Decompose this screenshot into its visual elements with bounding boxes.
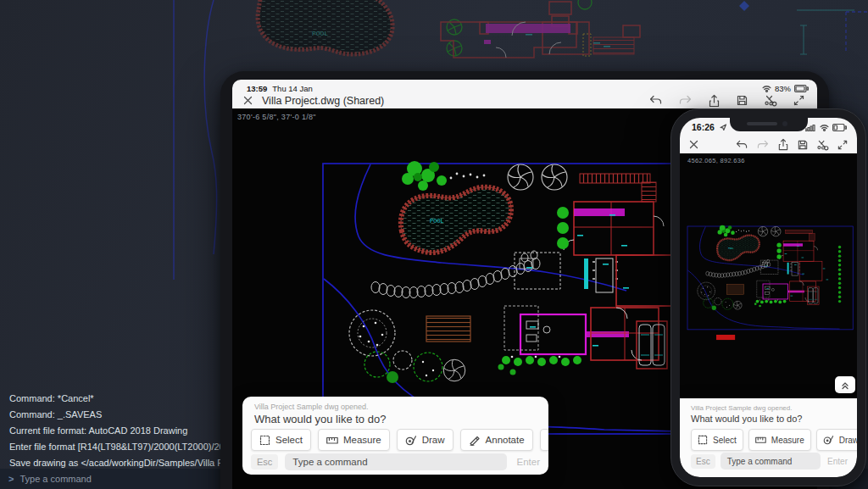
undo-icon[interactable]: [735, 139, 748, 151]
status-time: 13:59: [247, 84, 267, 93]
measure-icon: [755, 435, 766, 445]
share-icon[interactable]: [777, 138, 789, 151]
speaker-grille: [747, 122, 777, 125]
battery-icon: [832, 124, 847, 131]
button-label: Annotate: [486, 435, 525, 445]
tool-button-row: Select Measure Draw Annotate: [251, 429, 548, 451]
phone-toolbar: [680, 136, 857, 153]
undo-icon[interactable]: [648, 94, 663, 107]
enter-button[interactable]: Enter: [827, 457, 848, 466]
phone-notch: [730, 118, 808, 131]
command-line: Command: *Cancel*: [9, 391, 255, 407]
cellular-icon: [805, 124, 816, 131]
quick-trim-icon[interactable]: [764, 94, 777, 107]
select-button[interactable]: Select: [691, 429, 743, 451]
panel-prompt: What would you like to do?: [254, 413, 386, 425]
quick-trim-icon[interactable]: [816, 139, 829, 151]
annotate-button[interactable]: Annotate: [460, 429, 533, 451]
battery-icon: [794, 85, 809, 92]
quick-trim-button[interactable]: Quick Trim: [540, 429, 548, 451]
draw-icon: [823, 435, 834, 445]
expand-panel-button[interactable]: [835, 376, 855, 393]
command-input[interactable]: Type a command: [285, 453, 506, 470]
command-input[interactable]: Type a command: [721, 453, 821, 470]
tablet-command-panel: Villa Project Sample dwg opened. What wo…: [242, 397, 548, 475]
esc-button[interactable]: Esc: [691, 454, 715, 469]
status-time: 16:26: [692, 122, 715, 132]
save-icon[interactable]: [736, 94, 748, 107]
phone-device: 4562.065, 892.636 16:26: [670, 108, 866, 486]
expand-icon[interactable]: [793, 94, 805, 107]
panel-status-message: Villa Project Sample dwg opened.: [691, 404, 792, 412]
save-icon[interactable]: [797, 139, 809, 151]
button-label: Select: [275, 435, 303, 445]
svg-text:POOL: POOL: [312, 30, 328, 37]
document-title: Villa Project.dwg (Shared): [262, 95, 384, 107]
measure-button[interactable]: Measure: [318, 429, 390, 451]
button-label: Measure: [343, 435, 381, 445]
phone-screen: 4562.065, 892.636 16:26: [680, 118, 857, 477]
button-label: Draw: [839, 436, 857, 445]
command-line: Command: _.SAVEAS: [9, 407, 255, 423]
redo-icon[interactable]: [678, 94, 693, 107]
button-label: Measure: [771, 436, 804, 445]
draw-icon: [405, 435, 417, 446]
command-input-row: Esc Type a command Enter: [691, 453, 848, 470]
command-history: Command: *Cancel* Command: _.SAVEAS Curr…: [9, 391, 255, 471]
command-placeholder: Type a command: [292, 457, 367, 467]
share-icon[interactable]: [708, 94, 721, 108]
chevrons-up-icon: [840, 380, 850, 390]
command-line: Enter file format [R14(LT98&LT97)/2000(L…: [9, 439, 255, 455]
redo-icon[interactable]: [756, 139, 770, 151]
button-label: Select: [713, 436, 737, 445]
wifi-icon: [762, 85, 771, 92]
camera-dot: [782, 121, 787, 126]
button-label: Draw: [422, 435, 445, 445]
panel-status-message: Villa Project Sample dwg opened.: [254, 403, 368, 411]
autocad-composite: POOL: [0, 0, 868, 489]
draw-button[interactable]: Draw: [397, 429, 453, 451]
wifi-icon: [820, 124, 829, 131]
command-input-row: Esc Type a command Enter: [251, 453, 540, 470]
select-button[interactable]: Select: [251, 429, 311, 451]
phone-command-panel: Villa Project Sample dwg opened. What wo…: [680, 398, 857, 477]
esc-button[interactable]: Esc: [251, 454, 278, 470]
draw-button[interactable]: Draw: [816, 429, 857, 451]
cursor-coordinates: 4562.065, 892.636: [687, 157, 745, 164]
tablet-header: 13:59 Thu 14 Jan 83% Villa Project.dwg (…: [232, 80, 817, 108]
measure-icon: [326, 435, 338, 446]
bg-pool: [258, 0, 392, 54]
cursor-coordinates: 370'-6 5/8", 37'-0 1/8": [237, 113, 316, 121]
close-icon[interactable]: [688, 139, 699, 150]
command-placeholder: Type a command: [727, 457, 793, 466]
panel-prompt: What would you like to do?: [691, 414, 802, 424]
expand-icon[interactable]: [837, 139, 849, 151]
command-line: Current file format: AutoCAD 2018 Drawin…: [9, 423, 255, 439]
location-arrow-icon: [720, 124, 726, 131]
close-icon[interactable]: [242, 95, 253, 106]
phone-cad-canvas[interactable]: 4562.065, 892.636: [680, 153, 857, 398]
select-icon: [259, 435, 270, 446]
tool-button-row: Select Measure Draw: [691, 429, 857, 451]
command-input-placeholder[interactable]: Type a command: [19, 474, 91, 484]
select-icon: [698, 435, 708, 445]
tablet-toolbar: Villa Project.dwg (Shared): [232, 92, 817, 108]
measure-button[interactable]: Measure: [748, 429, 811, 451]
status-date: Thu 14 Jan: [272, 84, 313, 93]
annotate-icon: [469, 435, 481, 446]
enter-button[interactable]: Enter: [517, 457, 541, 467]
command-prompt-icon: >: [8, 474, 14, 484]
battery-percent: 83%: [775, 84, 791, 93]
